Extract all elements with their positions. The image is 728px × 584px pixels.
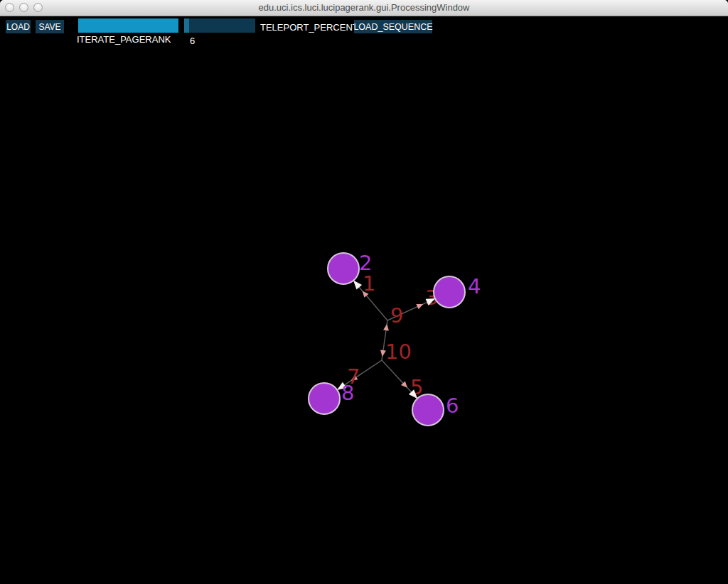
graph-node-2[interactable] xyxy=(328,253,359,284)
edge-arrowhead-small xyxy=(383,324,389,330)
graph-node-6[interactable] xyxy=(412,394,444,426)
node-label-2: 2 xyxy=(359,251,372,275)
window-titlebar: edu.uci.ics.luci.lucipagerank.gui.Proces… xyxy=(0,0,728,16)
graph-svg: 13759102486 xyxy=(0,0,728,584)
edge-label-1: 1 xyxy=(363,271,375,296)
window-title: edu.uci.ics.luci.lucipagerank.gui.Proces… xyxy=(0,0,728,16)
junction-label-9: 9 xyxy=(390,303,403,328)
node-label-6: 6 xyxy=(446,394,459,418)
junction-label-10: 10 xyxy=(385,340,412,364)
graph-node-8[interactable] xyxy=(309,383,340,414)
graph-node-4[interactable] xyxy=(434,276,465,308)
node-label-4: 4 xyxy=(468,274,481,298)
node-label-8: 8 xyxy=(341,381,354,405)
